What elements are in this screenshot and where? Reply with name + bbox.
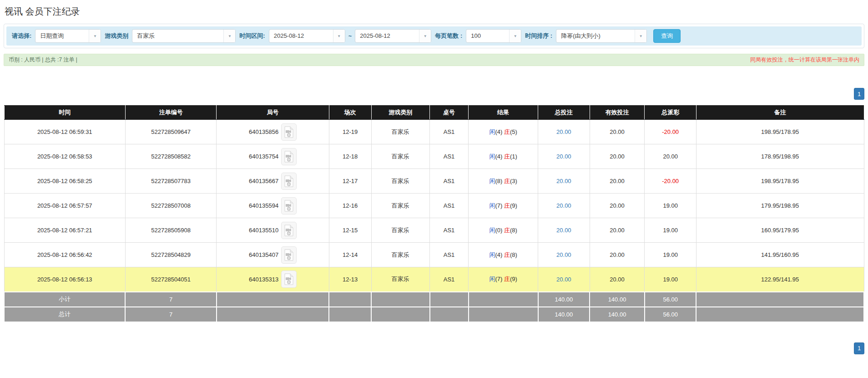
remark-cell: 179.95/198.95	[696, 194, 864, 218]
session-cell: 12-19	[329, 120, 371, 144]
video-replay-button[interactable]	[281, 173, 297, 190]
chevron-down-icon[interactable]: ▼	[635, 30, 646, 42]
video-replay-button[interactable]	[281, 197, 297, 215]
chevron-down-icon[interactable]: ▼	[419, 30, 431, 42]
round-id-cell: 640135313	[217, 267, 329, 292]
total-bet-link[interactable]: 20.00	[556, 276, 571, 283]
round-id-cell: 640135594	[217, 194, 329, 218]
total-bet-cell: 20.00	[538, 120, 590, 144]
total-bet-link[interactable]: 20.00	[556, 128, 571, 135]
table-no-cell: AS1	[430, 144, 469, 169]
time-cell: 2025-08-12 06:58:25	[4, 169, 125, 194]
page-size-select[interactable]: 100 ▼	[466, 29, 521, 43]
chevron-down-icon[interactable]: ▼	[89, 30, 101, 42]
round-id-cell: 640135407	[217, 243, 329, 267]
game-type-select[interactable]: 百家乐 ▼	[132, 29, 236, 43]
total-bet-link[interactable]: 20.00	[556, 178, 571, 184]
result-player-score: (4)	[495, 128, 502, 135]
video-replay-icon	[284, 151, 294, 163]
table-row[interactable]: 2025-08-12 06:59:31522728509647640135856…	[4, 120, 864, 144]
total-bet-cell: 20.00	[538, 194, 590, 218]
table-no-cell: AS1	[430, 267, 469, 292]
video-replay-button[interactable]	[281, 148, 297, 165]
result-banker: 庄	[504, 227, 510, 234]
date-from-select[interactable]: 2025-08-12 ▼	[269, 29, 345, 43]
total-bet-link[interactable]: 20.00	[556, 251, 571, 258]
result-player-score: (0)	[495, 227, 502, 234]
header-remark: 备注	[696, 106, 864, 120]
chevron-down-icon[interactable]: ▼	[223, 30, 235, 42]
payout-cell: 19.00	[645, 194, 696, 218]
round-id-cell: 640135510	[217, 218, 329, 243]
sum-label-cell: 总计	[4, 307, 125, 322]
result-banker: 庄	[504, 202, 510, 209]
chevron-down-icon[interactable]: ▼	[509, 30, 521, 42]
round-id-wrap: 640135594	[219, 197, 326, 215]
table-row[interactable]: 2025-08-12 06:56:42522728504829640135407…	[4, 243, 864, 267]
payout-cell: 20.00	[645, 144, 696, 169]
game-type-label: 游戏类别	[105, 32, 128, 40]
bet-id-cell: 522728504051	[125, 267, 216, 292]
time-range-label: 时间区间:	[239, 32, 265, 40]
video-replay-button[interactable]	[281, 222, 297, 239]
table-no-cell: AS1	[430, 194, 469, 218]
table-row[interactable]: 2025-08-12 06:58:25522728507783640135667…	[4, 169, 864, 194]
sum-empty-cell	[217, 292, 329, 307]
header-total-bet: 总投注	[538, 106, 590, 120]
result-banker: 庄	[504, 178, 510, 184]
bet-id-cell: 522728508582	[125, 144, 216, 169]
header-time: 时间	[4, 106, 125, 120]
chevron-down-icon[interactable]: ▼	[333, 30, 345, 42]
query-type-select[interactable]: 日期查询 ▼	[35, 29, 101, 43]
result-player: 闲	[489, 202, 495, 209]
pagination-page-button[interactable]: 1	[854, 88, 864, 100]
summary-currency-total: 币别 : 人民币 | 总共 :7 注单 |	[9, 56, 77, 64]
sum-total-bet-cell: 140.00	[538, 292, 590, 307]
sum-count-cell: 7	[125, 292, 216, 307]
result-player-score: (7)	[495, 202, 502, 209]
date-to-select[interactable]: 2025-08-12 ▼	[355, 29, 431, 43]
result-player-score: (8)	[495, 178, 502, 184]
game-type-value: 百家乐	[132, 30, 223, 42]
total-bet-cell: 20.00	[538, 144, 590, 169]
result-banker: 庄	[504, 251, 510, 258]
game-type-cell: 百家乐	[371, 218, 430, 243]
table-row[interactable]: 2025-08-12 06:58:53522728508582640135754…	[4, 144, 864, 169]
remark-cell: 160.95/179.95	[696, 218, 864, 243]
pagination-page-button[interactable]: 1	[854, 342, 864, 354]
filter-bar: 请选择: 日期查询 ▼ 游戏类别 百家乐 ▼ 时间区间: 2025-08-12 …	[6, 26, 862, 46]
summary-bar: 币别 : 人民币 | 总共 :7 注单 | 同局有效投注，统一计算在该局第一张注…	[4, 54, 864, 66]
table-row[interactable]: 2025-08-12 06:57:21522728505908640135510…	[4, 218, 864, 243]
table-row-highlighted[interactable]: 2025-08-12 06:56:13522728504051640135313…	[4, 267, 864, 292]
remark-cell: 122.95/141.95	[696, 267, 864, 292]
time-cell: 2025-08-12 06:57:21	[4, 218, 125, 243]
video-replay-button[interactable]	[281, 271, 297, 288]
result-cell: 闲(8) 庄(3)	[469, 169, 538, 194]
result-banker: 庄	[504, 276, 510, 282]
result-player: 闲	[489, 128, 495, 135]
query-type-value: 日期查询	[35, 30, 89, 42]
header-result: 结果	[469, 106, 538, 120]
total-bet-link[interactable]: 20.00	[556, 153, 571, 160]
round-id-wrap: 640135667	[219, 173, 326, 190]
bet-id-cell: 522728509647	[125, 120, 216, 144]
header-table-no: 桌号	[430, 106, 469, 120]
game-type-cell: 百家乐	[371, 120, 430, 144]
total-bet-cell: 20.00	[538, 267, 590, 292]
payout-cell: -20.00	[645, 120, 696, 144]
sum-empty-cell	[371, 292, 430, 307]
total-bet-link[interactable]: 20.00	[556, 227, 571, 234]
time-sort-select[interactable]: 降幂(由大到小) ▼	[556, 29, 647, 43]
payout-cell: 19.00	[645, 243, 696, 267]
search-button[interactable]: 查询	[653, 29, 681, 43]
result-cell: 闲(4) 庄(1)	[469, 144, 538, 169]
round-id-cell: 640135856	[217, 120, 329, 144]
page-size-value: 100	[466, 30, 509, 42]
time-cell: 2025-08-12 06:59:31	[4, 120, 125, 144]
payout-cell: 19.00	[645, 267, 696, 292]
video-replay-button[interactable]	[281, 123, 297, 141]
total-bet-link[interactable]: 20.00	[556, 202, 571, 209]
game-type-cell: 百家乐	[371, 169, 430, 194]
video-replay-button[interactable]	[281, 246, 297, 264]
table-row[interactable]: 2025-08-12 06:57:57522728507008640135594…	[4, 194, 864, 218]
